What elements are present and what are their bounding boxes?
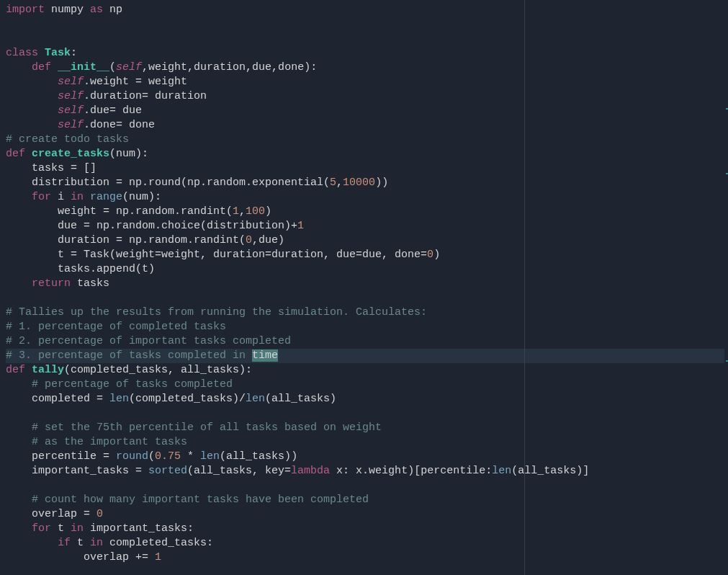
token-punct: ,weight,duration,due,done): bbox=[142, 61, 317, 73]
code-line[interactable]: self.weight = weight bbox=[6, 75, 722, 89]
token-ident: numpy bbox=[45, 4, 90, 16]
token-comment: # 3. percentage of tasks completed in bbox=[6, 349, 252, 362]
code-line[interactable]: def create_tasks(num): bbox=[6, 147, 722, 161]
code-line[interactable]: # percentage of tasks completed bbox=[6, 378, 722, 392]
token-ident bbox=[6, 104, 58, 117]
code-line[interactable]: return tasks bbox=[6, 277, 722, 291]
code-line[interactable]: distribution = np.round(np.random.expone… bbox=[6, 176, 722, 190]
token-ident: t bbox=[51, 522, 71, 535]
code-line[interactable]: # Tallies up the results from running th… bbox=[6, 306, 722, 320]
code-line[interactable]: def __init__(self,weight,duration,due,do… bbox=[6, 61, 722, 75]
token-ident: distribution = np.round(np.random.expone… bbox=[6, 177, 330, 189]
code-line[interactable]: self.duration= duration bbox=[6, 89, 722, 104]
code-line[interactable]: # 2. percentage of important tasks compl… bbox=[6, 334, 722, 349]
token-kw-def: def bbox=[32, 61, 51, 73]
code-line[interactable] bbox=[6, 478, 722, 493]
token-kw-def: def bbox=[6, 364, 25, 376]
token-class-name: Task bbox=[45, 47, 71, 59]
token-kw-def: def bbox=[6, 148, 25, 160]
code-line[interactable]: tasks = [] bbox=[6, 161, 722, 176]
token-punct: (num): bbox=[109, 148, 148, 160]
token-ident: tasks bbox=[71, 277, 109, 290]
code-line[interactable]: # count how many important tasks have be… bbox=[6, 493, 722, 507]
code-line[interactable]: self.done= done bbox=[6, 118, 722, 133]
token-punct: (all_tasks)) bbox=[220, 450, 297, 463]
code-line[interactable]: # 3. percentage of tasks completed in ti… bbox=[6, 349, 724, 363]
token-builtin: round bbox=[116, 450, 148, 463]
token-num: 1 bbox=[297, 220, 304, 232]
token-num: 0 bbox=[427, 249, 433, 261]
token-ident: np bbox=[103, 4, 122, 16]
token-punct: .duration= duration bbox=[84, 90, 207, 102]
token-ident: tasks = [] bbox=[6, 162, 96, 174]
code-line[interactable]: for i in range(num): bbox=[6, 190, 722, 205]
token-punct: ( bbox=[109, 61, 116, 73]
token-ident bbox=[6, 277, 32, 290]
token-ident: t bbox=[71, 537, 90, 549]
code-line[interactable]: if t in completed_tasks: bbox=[6, 536, 722, 551]
token-ident bbox=[6, 191, 32, 203]
code-line[interactable] bbox=[6, 406, 722, 421]
code-line[interactable]: due = np.random.choice(distribution)+1 bbox=[6, 219, 722, 233]
token-ident: tasks.append(t) bbox=[6, 263, 155, 275]
token-ident: percentile = bbox=[6, 450, 116, 463]
token-kw-class: class bbox=[6, 47, 38, 59]
token-ident: weight = np.random.randint( bbox=[6, 205, 233, 218]
code-line[interactable]: important_tasks = sorted(all_tasks, key=… bbox=[6, 464, 722, 478]
code-line[interactable]: for t in important_tasks: bbox=[6, 522, 722, 536]
code-line[interactable]: overlap = 0 bbox=[6, 507, 722, 522]
token-punct: .weight = weight bbox=[84, 76, 187, 88]
token-builtin: len bbox=[109, 393, 129, 405]
code-line[interactable]: percentile = round(0.75 * len(all_tasks)… bbox=[6, 450, 722, 464]
code-line[interactable]: def tally(completed_tasks, all_tasks): bbox=[6, 363, 722, 378]
token-ident: i bbox=[51, 191, 71, 203]
token-comment: # 1. percentage of completed tasks bbox=[6, 321, 226, 333]
code-line[interactable]: # create todo tasks bbox=[6, 133, 722, 147]
token-builtin: sorted bbox=[148, 465, 187, 477]
token-kw-lambda: lambda bbox=[291, 465, 330, 477]
token-kw-in: in bbox=[90, 537, 103, 549]
code-line[interactable]: t = Task(weight=weight, duration=duratio… bbox=[6, 248, 722, 262]
code-line[interactable]: import numpy as np bbox=[6, 3, 722, 17]
token-num: 10000 bbox=[343, 177, 375, 189]
token-punct: * bbox=[181, 450, 200, 463]
token-ident bbox=[6, 119, 58, 131]
token-punct: : bbox=[71, 47, 77, 59]
token-ident bbox=[6, 522, 32, 535]
token-ident: t = Task(weight=weight, duration=duratio… bbox=[6, 249, 427, 261]
token-ident bbox=[38, 47, 45, 59]
code-line[interactable]: completed = len(completed_tasks)/len(all… bbox=[6, 392, 722, 406]
code-line[interactable]: # set the 75th percentile of all tasks b… bbox=[6, 421, 722, 435]
token-punct: (num): bbox=[122, 191, 161, 203]
token-fn-name: __init__ bbox=[58, 61, 109, 73]
token-self: self bbox=[58, 104, 84, 117]
code-line[interactable] bbox=[6, 17, 722, 32]
token-ident: duration = np.random.randint( bbox=[6, 234, 246, 246]
token-builtin: len bbox=[200, 450, 220, 463]
code-line[interactable]: overlap += 1 bbox=[6, 551, 722, 565]
code-line[interactable]: duration = np.random.randint(0,due) bbox=[6, 233, 722, 248]
token-punct: (all_tasks, key= bbox=[187, 465, 291, 477]
token-ident: overlap = bbox=[6, 508, 96, 520]
code-line[interactable] bbox=[6, 32, 722, 46]
token-punct: x: x.weight)[percentile: bbox=[330, 465, 492, 477]
token-comment: # set the 75th percentile of all tasks b… bbox=[32, 422, 382, 434]
token-ident: due = np.random.choice(distribution)+ bbox=[6, 220, 297, 232]
token-self: self bbox=[58, 119, 84, 131]
token-comment: # create todo tasks bbox=[6, 133, 129, 146]
code-line[interactable]: class Task: bbox=[6, 46, 722, 61]
code-line[interactable]: tasks.append(t) bbox=[6, 262, 722, 277]
selection: time bbox=[252, 349, 278, 362]
token-builtin: len bbox=[246, 393, 265, 405]
token-ident bbox=[6, 537, 58, 549]
token-ident: overlap += bbox=[6, 551, 155, 563]
code-editor[interactable]: import numpy as np class Task: def __ini… bbox=[0, 0, 728, 568]
token-self: self bbox=[116, 61, 142, 73]
token-ident: completed_tasks: bbox=[103, 537, 213, 549]
token-ident bbox=[6, 90, 58, 102]
code-line[interactable]: weight = np.random.randint(1,100) bbox=[6, 205, 722, 219]
code-line[interactable] bbox=[6, 291, 722, 306]
code-line[interactable]: # 1. percentage of completed tasks bbox=[6, 320, 722, 334]
code-line[interactable]: # as the important tasks bbox=[6, 435, 722, 450]
code-line[interactable]: self.due= due bbox=[6, 104, 722, 118]
